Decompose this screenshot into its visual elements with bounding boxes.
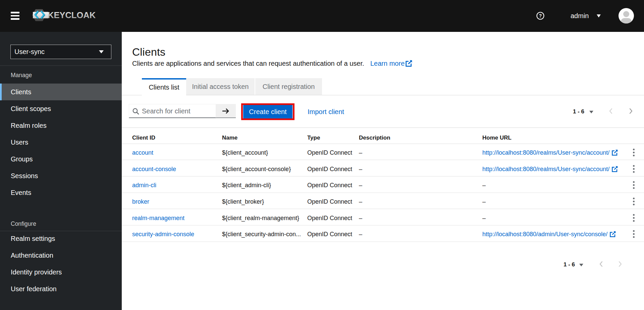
svg-text:?: ? [539, 13, 542, 18]
svg-text:KEYCLOAK: KEYCLOAK [48, 10, 96, 20]
